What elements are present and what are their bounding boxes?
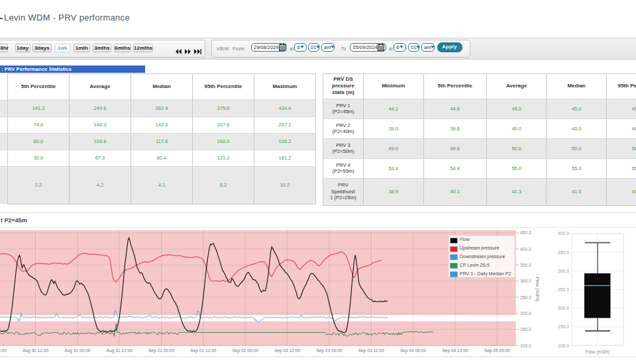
svg-text:150.0: 150.0 <box>558 324 569 329</box>
svg-text:Sep 04 00:00: Sep 04 00:00 <box>400 348 427 353</box>
svg-text:Sep 03 00:00: Sep 03 00:00 <box>316 348 343 353</box>
svg-text:200.0: 200.0 <box>558 306 569 310</box>
svg-text:Sep 03 12:00: Sep 03 12:00 <box>358 348 385 353</box>
svg-text:Sep 02 00:00: Sep 02 00:00 <box>233 348 259 353</box>
svg-text:Flow (m3/h): Flow (m3/h) <box>586 349 610 355</box>
svg-text:Aug 31 00:00: Aug 31 00:00 <box>64 348 91 353</box>
svg-text:300.0: 300.0 <box>520 279 531 283</box>
svg-text:100.0: 100.0 <box>520 343 531 348</box>
svg-text:400.0: 400.0 <box>558 231 569 236</box>
svg-text:Sep 04 12:00: Sep 04 12:00 <box>442 348 468 353</box>
svg-text:Aug 30 12:00: Aug 30 12:00 <box>23 348 49 353</box>
svg-text:350.0: 350.0 <box>558 250 569 255</box>
svg-text:300.0: 300.0 <box>558 269 569 273</box>
svg-text:Sep 01 12:00: Sep 01 12:00 <box>190 348 217 353</box>
svg-text:Sep 02 12:00: Sep 02 12:00 <box>274 348 301 353</box>
svg-text:400.0: 400.0 <box>520 247 531 251</box>
svg-text:Aug 30 00:00: Aug 30 00:00 <box>0 348 7 353</box>
svg-text:Sep 01 00:00: Sep 01 00:00 <box>148 348 175 353</box>
svg-text:Flow (m3/h): Flow (m3/h) <box>535 277 540 302</box>
svg-text:Sep 05 00:00: Sep 05 00:00 <box>484 348 511 353</box>
svg-text:150.0: 150.0 <box>520 327 531 332</box>
svg-text:Aug 31 12:00: Aug 31 12:00 <box>107 348 133 353</box>
svg-text:100.0: 100.0 <box>558 343 569 348</box>
svg-text:250.0: 250.0 <box>558 287 569 292</box>
svg-text:250.0: 250.0 <box>520 295 531 300</box>
svg-text:450.0: 450.0 <box>520 230 531 235</box>
svg-text:350.0: 350.0 <box>520 263 531 267</box>
svg-text:200.0: 200.0 <box>520 311 531 316</box>
